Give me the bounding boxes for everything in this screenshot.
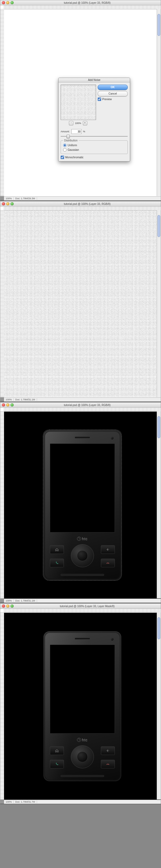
gaussian-radio-row[interactable]: Gaussian [63, 148, 125, 152]
phone-icon [55, 561, 59, 565]
status-doc-size[interactable]: Doc: 1.79M/31.7M [14, 801, 37, 803]
minimize-icon[interactable] [6, 1, 9, 4]
gaussian-radio[interactable] [63, 148, 66, 152]
noise-preview[interactable] [61, 85, 96, 120]
end-call-button [101, 559, 115, 567]
window-title: tutorial.psd @ 100% (Layer 33, RGB/8) [14, 404, 161, 407]
distribution-legend: Distribution [63, 139, 79, 142]
ruler-horizontal[interactable] [4, 207, 161, 211]
ruler-origin[interactable] [0, 5, 4, 9]
close-icon[interactable] [2, 1, 5, 4]
close-icon[interactable] [2, 604, 5, 608]
scrollbar-vertical[interactable] [157, 9, 161, 196]
document-area: 100% Doc: 1.79M/31.1M [0, 207, 161, 401]
ruler-vertical[interactable] [0, 411, 4, 598]
ruler-vertical[interactable] [0, 613, 4, 800]
ruler-origin[interactable] [0, 609, 4, 613]
monochromatic-row[interactable]: Monochromatic [61, 156, 128, 159]
scrollbar-vertical[interactable] [157, 210, 161, 397]
panel-4: tutorial.psd @ 100% (Layer 33, Layer Mas… [0, 603, 161, 803]
ruler-horizontal[interactable] [4, 609, 161, 613]
ok-button[interactable]: OK [98, 85, 128, 90]
end-call-button [101, 760, 115, 768]
ruler-horizontal[interactable] [4, 5, 161, 9]
phone-end-icon [106, 762, 110, 766]
preview-zoom-controls: − 100% + [61, 121, 96, 125]
preview-checkbox-row[interactable]: Preview [98, 97, 128, 101]
back-button [101, 545, 115, 554]
ruler-origin[interactable] [0, 408, 4, 412]
status-bar: 100% Doc: 1.79M/31.1M [4, 398, 161, 401]
dialog-title[interactable]: Add Noise [58, 78, 130, 83]
d-pad [71, 544, 94, 567]
status-zoom[interactable]: 100% [4, 197, 14, 200]
cancel-button[interactable]: Cancel [98, 91, 128, 96]
status-zoom[interactable]: 100% [4, 398, 14, 401]
zoom-out-button[interactable]: − [69, 121, 73, 125]
distribution-group: Distribution Uniform Gaussian [61, 140, 128, 154]
status-doc-size[interactable]: Doc: 1.79M/31.1M [14, 398, 37, 401]
status-bar: 100% Doc: 1.79M/31.1M [4, 598, 161, 602]
slider-thumb[interactable] [66, 135, 70, 138]
photoshop-window-3: tutorial.psd @ 100% (Layer 33, RGB/8) ht… [0, 402, 161, 602]
ruler-vertical[interactable] [0, 210, 4, 397]
phone-end-icon [106, 561, 110, 565]
panel-2: tutorial.psd @ 100% (Layer 33, RGB/8) 10… [0, 201, 161, 401]
front-camera [111, 638, 114, 641]
call-button [50, 760, 64, 768]
gaussian-label: Gaussian [68, 148, 79, 151]
scrollbar-vertical[interactable] [157, 613, 161, 800]
home-icon [55, 749, 59, 752]
zoom-icon[interactable] [10, 202, 14, 206]
status-zoom[interactable]: 100% [4, 801, 14, 803]
amount-row: Amount: % [61, 129, 128, 134]
panel-3: tutorial.psd @ 100% (Layer 33, RGB/8) ht… [0, 402, 161, 602]
status-doc-size[interactable]: Doc: 1.79M/31.1M [14, 599, 37, 602]
titlebar[interactable]: tutorial.psd @ 100% (Layer 33, RGB/8) [0, 403, 161, 408]
ruler-vertical[interactable] [0, 9, 4, 196]
status-doc-size[interactable]: Doc: 1.79M/29.3M [14, 197, 37, 200]
zoom-icon[interactable] [10, 1, 14, 4]
canvas[interactable] [4, 211, 161, 398]
brand-icon [77, 738, 81, 742]
amount-input[interactable] [71, 129, 82, 134]
dialog-buttons: OK Cancel Preview [98, 85, 128, 125]
preview-zoom-value: 100% [75, 122, 81, 125]
earpiece [75, 638, 90, 640]
minimize-icon[interactable] [6, 604, 9, 608]
canvas[interactable]: htc [4, 613, 161, 800]
status-bar: 100% Doc: 1.79M/29.3M [4, 196, 161, 200]
uniform-radio-row[interactable]: Uniform [63, 144, 125, 147]
uniform-radio[interactable] [63, 144, 66, 147]
titlebar[interactable]: tutorial.psd @ 100% (Layer 33, RGB/8) [0, 0, 161, 5]
earpiece [75, 437, 90, 439]
uniform-label: Uniform [68, 144, 77, 147]
zoom-in-button[interactable]: + [83, 121, 87, 125]
preview-checkbox[interactable] [98, 97, 101, 101]
document-area: 100% Doc: 1.79M/29.3M Add Noise − 100% +… [0, 5, 161, 200]
zoom-icon[interactable] [10, 403, 14, 407]
traffic-lights [2, 1, 14, 4]
front-camera [111, 437, 114, 440]
status-zoom[interactable]: 100% [4, 599, 14, 602]
canvas[interactable]: htc [4, 412, 161, 598]
amount-slider[interactable] [61, 134, 128, 138]
monochromatic-checkbox[interactable] [61, 156, 64, 159]
close-icon[interactable] [2, 202, 5, 206]
titlebar[interactable]: tutorial.psd @ 100% (Layer 33, RGB/8) [0, 202, 161, 207]
document-area: htc 100% Doc: 1.79M/31.7M [0, 609, 161, 803]
traffic-lights [2, 202, 14, 206]
status-bar: 100% Doc: 1.79M/31.7M [4, 800, 161, 804]
titlebar[interactable]: tutorial.psd @ 100% (Layer 33, Layer Mas… [0, 604, 161, 609]
minimize-icon[interactable] [6, 403, 9, 407]
ruler-horizontal[interactable] [4, 408, 161, 412]
preview-pane: − 100% + [61, 85, 96, 125]
scrollbar-vertical[interactable] [157, 411, 161, 598]
ruler-origin[interactable] [0, 207, 4, 211]
home-icon [55, 548, 59, 552]
minimize-icon[interactable] [6, 202, 9, 206]
zoom-icon[interactable] [10, 604, 14, 608]
photoshop-window-4: tutorial.psd @ 100% (Layer 33, Layer Mas… [0, 603, 161, 803]
photoshop-window-2: tutorial.psd @ 100% (Layer 33, RGB/8) 10… [0, 201, 161, 401]
close-icon[interactable] [2, 403, 5, 407]
